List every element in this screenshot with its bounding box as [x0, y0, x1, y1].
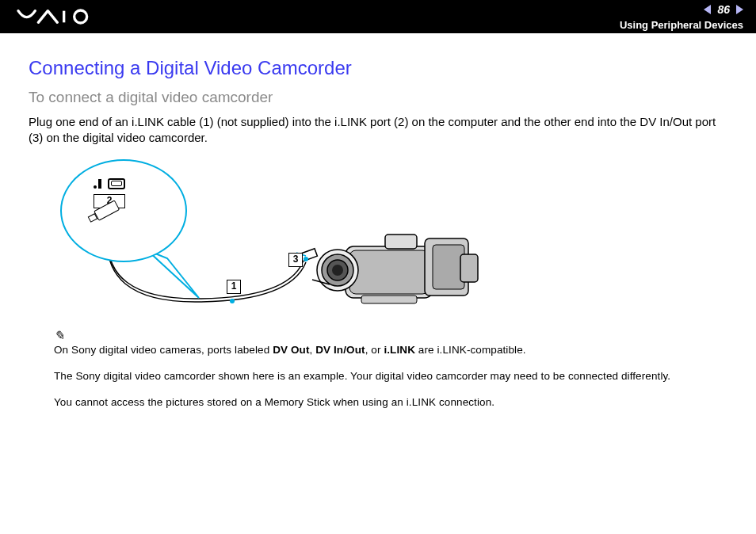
prev-page-icon[interactable]	[704, 5, 711, 14]
svg-rect-15	[385, 235, 417, 249]
page-header: 86 Using Peripheral Devices	[0, 0, 756, 33]
next-page-icon[interactable]	[736, 5, 743, 14]
svg-rect-14	[433, 245, 464, 289]
ilink-port-icon	[108, 178, 125, 189]
svg-rect-17	[361, 296, 417, 303]
svg-rect-0	[63, 11, 65, 23]
callout-3: 3	[288, 253, 303, 267]
callout-1: 1	[227, 280, 241, 294]
note-3: You cannot access the pictures stored on…	[54, 395, 727, 410]
connection-diagram: 2 1 3	[52, 159, 544, 318]
note-2: The Sony digital video camcorder shown h…	[54, 369, 727, 384]
svg-point-3	[230, 299, 235, 303]
page-navigation: 86	[704, 3, 743, 16]
notes-section: ✎ On Sony digital video cameras, ports l…	[29, 326, 727, 410]
page-subtitle: To connect a digital video camcorder	[29, 89, 727, 106]
section-title: Using Peripheral Devices	[620, 19, 743, 31]
intro-paragraph: Plug one end of an i.LINK cable (1) (not…	[29, 114, 727, 147]
svg-point-12	[332, 265, 343, 276]
page-number: 86	[717, 3, 730, 16]
vaio-logo	[16, 9, 103, 25]
svg-rect-8	[349, 250, 429, 294]
note-1: ✎ On Sony digital video cameras, ports l…	[54, 326, 727, 358]
svg-point-1	[74, 10, 87, 23]
note-pencil-icon: ✎	[54, 327, 64, 345]
svg-rect-16	[460, 254, 478, 282]
port-magnifier-bubble: 2	[60, 159, 187, 262]
ilink-symbol-icon	[94, 179, 101, 189]
camcorder-illustration	[306, 223, 488, 310]
page-content: Connecting a Digital Video Camcorder To …	[0, 33, 756, 437]
page-title: Connecting a Digital Video Camcorder	[29, 57, 727, 79]
